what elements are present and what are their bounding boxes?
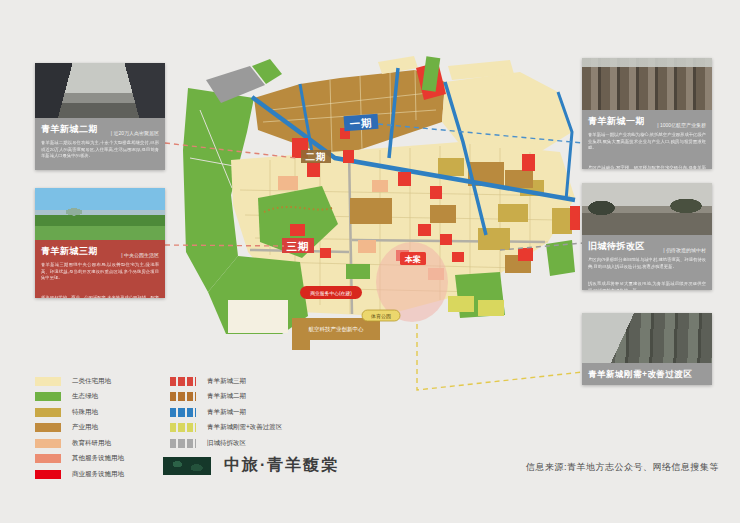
legend-swatch [35,392,61,401]
panel-phase1: 青羊新城一期 | 1000亿航空产业集群 青羊新城一期以产业功能为核心,依托航空… [582,58,712,169]
legend-label: 二类住宅用地 [72,377,111,386]
project-site-label: 本案 [404,254,421,264]
phase1-photo [582,58,712,110]
phase3-title: 青羊新城三期 [41,245,98,258]
legend-item: 其他服务设施用地 [35,454,124,464]
panel-transition: 青羊新城刚需+改善过渡区 [582,313,712,385]
phase2-title: 青羊新城二期 [41,123,98,136]
panel-phase3: 青羊新城三期 | 中央公园生活区 青羊新城三期围绕中央公园布局,以改善型住宅为主… [35,188,165,298]
legend-item: 教育科研用地 [35,438,124,448]
phase2-photo [35,63,165,118]
legend-item: 青羊新城一期 [170,407,282,417]
panel-phase2: 青羊新城二期 | 近20万人高密聚居区 青羊新城二期以居住功能为主,十余个大型楼… [35,63,165,170]
banner-label: 商业服务中心(在建) [310,290,352,297]
legend-label: 旧城待拆改区 [207,439,246,448]
legend-swatch [35,439,61,448]
phase2-label: 二期 [306,151,327,162]
oldtown-body2: 拆改完成后将释放大量建设用地,为青羊新城后续开发提供空间,区域面貌有望焕然一新。 [588,281,706,290]
legend-swatch [35,454,61,463]
legend-zones: 青羊新城三期 青羊新城二期 青羊新城一期 青羊新城刚需+改善过渡区 旧城待拆改区 [170,376,282,454]
legend-label: 其他服务设施用地 [72,454,124,463]
phase3-body2: 板块规划学校、商业、公园等配套,未来将形成公园环绕、配套完善的宜居生活区,发展潜… [41,295,159,298]
phase2-subtitle: | 近20万人高密聚居区 [111,130,159,136]
legend-label: 青羊新城三期 [207,377,246,386]
map-pale-block [228,300,288,333]
oldtown-title: 旧城待拆改区 [588,240,645,253]
legend-item: 二类住宅用地 [35,376,124,386]
legend-item: 商业服务设施用地 [35,469,124,479]
legend-swatch [35,423,61,432]
phase3-badge: 三期 [282,238,314,253]
legend-item: 青羊新城三期 [170,376,282,386]
map-green-patch1 [346,264,370,279]
oldtown-body1: 片区内仍保留部分老旧院落与城中村,建筑密度高、环境有待改善,目前已纳入拆迁改造计… [588,257,706,270]
brand-logo: 中旅·青羊馥棠 [163,455,339,476]
panel-oldtown: 旧城待拆改区 | 仍待改造的城中村 片区内仍保留部分老旧院落与城中村,建筑密度高… [582,183,712,290]
legend-label: 青羊新城二期 [207,392,246,401]
legend-swatch [35,470,61,479]
phase1-title: 青羊新城一期 [588,115,645,128]
legend-item: 产业用地 [35,423,124,433]
legend-item: 青羊新城二期 [170,392,282,402]
phase3-subtitle: | 中央公园生活区 [121,252,159,258]
phase1-badge: 一期 [344,114,379,131]
sports-pill-label: 体育公园 [370,313,391,320]
legend-label: 生态绿地 [72,392,98,401]
legend-swatch-dashed [170,423,196,432]
oldtown-subtitle: | 仍待改造的城中村 [663,247,706,253]
legend-item: 生态绿地 [35,392,124,402]
legend-label: 教育科研用地 [72,439,111,448]
legend-label: 特殊用地 [72,408,98,417]
phase2-body1: 青羊新城二期以居住功能为主,十余个大型楼盘相继交付,已形成近20万人的高密度聚居… [41,140,159,159]
phase3-body1: 青羊新城三期围绕中央公园布局,以改善型住宅为主,绿地率高、环境优越,是当前开发建… [41,262,159,281]
legend-swatch [35,377,61,386]
legend-label: 商业服务设施用地 [72,470,124,479]
legend-item: 特殊用地 [35,407,124,417]
legend-swatch-dashed [170,439,196,448]
legend-label: 青羊新城刚需+改善过渡区 [207,423,282,432]
legend-swatch-dashed [170,408,196,417]
phase2-badge: 二期 [301,150,331,163]
source-note: 信息来源:青羊地方志公众号、网络信息搜集等 [526,461,719,474]
legend-swatch-dashed [170,392,196,401]
phase1-label: 一期 [349,116,373,130]
legend-swatch-dashed [170,377,196,386]
transition-title: 青羊新城刚需+改善过渡区 [582,363,712,381]
phase1-body1: 青羊新城一期以产业功能为核心,依托航空产业园形成千亿级产业集群,聚集大量高新技术… [588,132,706,151]
legend-swatch [35,408,61,417]
connector-transition [417,324,583,390]
facility-block [292,318,380,350]
phase3-label: 三期 [287,240,310,252]
oldtown-photo [582,183,712,235]
transition-photo [582,313,712,363]
map-green-patch3 [546,240,575,276]
brand-logo-image [163,457,211,475]
facility-label: 航空科技产业创新中心 [309,326,365,333]
phase3-photo [35,188,165,240]
map-industry-cluster [254,70,445,158]
phase1-subtitle: | 1000亿航空产业集群 [657,122,706,128]
legend-label: 青羊新城一期 [207,408,246,417]
infographic-canvas: 本案 航空科技产业创新中心 商业服务中心(在建) 体育公园 一期 二期 三期 [0,0,740,523]
legend-item: 旧城待拆改区 [170,438,282,448]
phase1-body2: 片区产城融合,写字楼、研发楼与配套住宅交错分布,是青羊新城产业发展的核心引擎。 [588,165,706,169]
brand-logo-text: 中旅·青羊馥棠 [224,455,339,476]
legend-landuse: 二类住宅用地 生态绿地 特殊用地 产业用地 教育科研用地 其他服务设施用地 商业… [35,376,124,485]
legend-label: 产业用地 [72,423,98,432]
legend-item: 青羊新城刚需+改善过渡区 [170,423,282,433]
